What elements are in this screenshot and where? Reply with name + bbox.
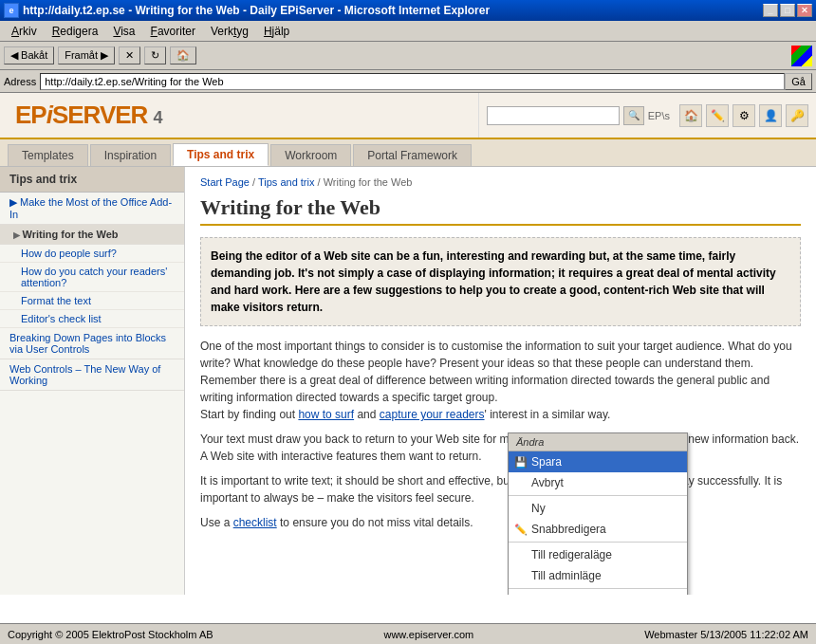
status-copyright: Copyright © 2005 ElektroPost Stockholm A… [8, 629, 213, 640]
maximize-button[interactable]: □ [780, 4, 795, 17]
breadcrumb-current: Writing for the Web [324, 176, 413, 188]
menu-bar: Arkiv Redigera Visa Favoriter Verktyg Hj… [0, 21, 816, 42]
breadcrumb: Start Page / Tips and trix / Writing for… [200, 176, 801, 188]
episerver-logo: EPiSERVER 4 [15, 101, 463, 130]
admin-icon-btn[interactable]: ⚙ [733, 104, 755, 127]
intro-box: Being the editor of a Web site can be a … [200, 237, 801, 326]
context-menu-ny[interactable]: Ny [509, 498, 687, 519]
search-button[interactable]: 🔍 [623, 106, 644, 125]
content-layout: Tips and trix ▶ Make the Most of the Off… [0, 167, 816, 595]
link-checklist[interactable]: checklist [233, 516, 277, 529]
close-button[interactable]: ✕ [797, 4, 812, 17]
back-button[interactable]: ◀ Bakåt [4, 46, 54, 64]
refresh-button[interactable]: ↻ [144, 46, 166, 64]
address-label: Adress [4, 76, 36, 87]
tab-portal-framework[interactable]: Portal Framework [353, 144, 472, 166]
sidebar-title: Tips and trix [0, 167, 184, 193]
link-surf[interactable]: how to surf [298, 408, 354, 421]
edit-icon-btn[interactable]: ✏️ [706, 104, 729, 127]
sidebar-item-webcontrols[interactable]: Web Controls – The New Way of Working [0, 359, 184, 391]
tab-inspiration[interactable]: Inspiration [90, 144, 171, 166]
ie-toolbar: ◀ Bakåt Framåt ▶ ✕ ↻ 🏠 [0, 42, 816, 70]
search-input[interactable] [487, 106, 620, 125]
sidebar: Tips and trix ▶ Make the Most of the Off… [0, 167, 185, 595]
tab-templates[interactable]: Templates [8, 144, 88, 166]
context-menu-avbryt[interactable]: Avbryt [509, 472, 687, 493]
body-text: One of the most important things to cons… [200, 338, 801, 531]
menu-verktyg[interactable]: Verktyg [203, 23, 256, 40]
minimize-button[interactable]: _ [763, 4, 778, 17]
page-title: Writing for the Web [200, 195, 801, 226]
context-separator-3 [509, 588, 687, 589]
window-title: http://daily.t2.ep.se - Writing for the … [23, 4, 490, 17]
ie-icon: e [4, 3, 19, 18]
context-menu-spara[interactable]: 💾Spara [509, 451, 687, 472]
context-menu-till-redigera[interactable]: Till redigeraläge [509, 544, 687, 565]
windows-logo [791, 46, 812, 66]
sidebar-sub-attention[interactable]: How do you catch your readers' attention… [0, 263, 184, 292]
context-menu-title: Ändra [509, 433, 687, 451]
address-bar: Adress Gå [0, 70, 816, 93]
address-input[interactable] [40, 73, 785, 90]
stop-button[interactable]: ✕ [119, 46, 140, 64]
breadcrumb-tips[interactable]: Tips and trix [258, 176, 315, 188]
status-bar: Copyright © 2005 ElektroPost Stockholm A… [0, 623, 816, 644]
context-separator-1 [509, 495, 687, 496]
browser-content: EPiSERVER 4 🔍 EP\s 🏠 ✏️ ⚙ 👤 🔑 Templates … [0, 93, 816, 623]
context-separator-2 [509, 542, 687, 543]
breadcrumb-start[interactable]: Start Page [200, 176, 250, 188]
menu-hjalp[interactable]: Hjälp [256, 23, 297, 40]
context-menu-skriv-ut[interactable]: Skriv ut [509, 591, 687, 595]
sidebar-item-office[interactable]: ▶ Make the Most of the Office Add-In [0, 193, 184, 225]
nav-tabs: Templates Inspiration Tips and trix Work… [0, 139, 816, 167]
sidebar-sub-surf[interactable]: How do people surf? [0, 245, 184, 263]
sidebar-sub-format[interactable]: Format the text [0, 292, 184, 310]
sidebar-item-blocks[interactable]: Breaking Down Pages into Blocks via User… [0, 328, 184, 359]
context-menu-snabbredigera[interactable]: ✏️Snabbredigera [509, 519, 687, 540]
menu-arkiv[interactable]: Arkiv [4, 23, 45, 40]
home-icon-btn[interactable]: 🏠 [679, 104, 702, 127]
link-capture[interactable]: capture your readers [380, 408, 485, 421]
context-menu: Ändra 💾Spara Avbryt Ny ✏️Snabbredigera T… [508, 432, 688, 595]
username-label: EP\s [648, 110, 670, 121]
context-menu-till-admin[interactable]: Till adminläge [509, 565, 687, 586]
episerver-header: EPiSERVER 4 🔍 EP\s 🏠 ✏️ ⚙ 👤 🔑 [0, 93, 816, 139]
go-button[interactable]: Gå [785, 73, 812, 90]
key-icon-btn[interactable]: 🔑 [786, 104, 808, 127]
sidebar-sub-checklist[interactable]: Editor's check list [0, 310, 184, 328]
tab-workroom[interactable]: Workroom [270, 144, 351, 166]
home-button[interactable]: 🏠 [170, 46, 196, 64]
menu-favoriter[interactable]: Favoriter [143, 23, 203, 40]
sidebar-item-writing[interactable]: Writing for the Web [0, 225, 184, 245]
title-bar: e http://daily.t2.ep.se - Writing for th… [0, 0, 816, 21]
status-webmaster: Webmaster 5/13/2005 11:22:02 AM [644, 629, 808, 640]
menu-visa[interactable]: Visa [105, 23, 142, 40]
tab-tips-and-trix[interactable]: Tips and trix [173, 143, 269, 166]
menu-redigera[interactable]: Redigera [45, 23, 106, 40]
main-content: Start Page / Tips and trix / Writing for… [185, 167, 816, 595]
forward-button[interactable]: Framåt ▶ [58, 46, 115, 64]
status-url: www.episerver.com [383, 629, 473, 640]
user-icon-btn[interactable]: 👤 [759, 104, 782, 127]
